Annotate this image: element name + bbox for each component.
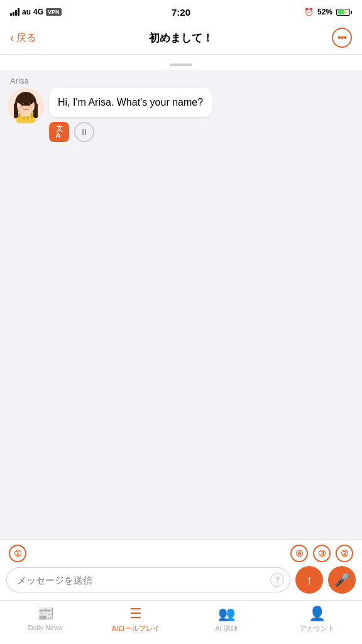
- main-content: ‹ 戻る 初めまして！ ••• Arisa: [0, 23, 362, 644]
- avatar-container: [8, 88, 44, 125]
- back-label: 戻る: [16, 31, 36, 45]
- status-right: ⏰ 52% ⚡: [304, 8, 352, 16]
- network-label: 4G: [33, 8, 43, 16]
- number-2-button[interactable]: ②: [336, 545, 353, 562]
- battery-body: ⚡: [336, 9, 350, 16]
- svg-rect-14: [26, 116, 29, 119]
- number-row-right: ④ ③ ②: [290, 545, 353, 562]
- pause-icon: ⏸: [80, 127, 89, 137]
- translate-icon: 文A: [56, 125, 63, 139]
- daily-news-icon: 📰: [37, 606, 54, 622]
- send-button[interactable]: ↑: [295, 566, 323, 594]
- drag-bar: [170, 64, 192, 66]
- number-1-label: ①: [14, 548, 22, 558]
- svg-point-4: [17, 93, 35, 106]
- account-icon: 👤: [309, 606, 326, 622]
- svg-rect-13: [23, 116, 25, 119]
- send-icon: ↑: [306, 573, 312, 587]
- sender-label: Arisa: [8, 76, 354, 86]
- signal-bar-4: [18, 8, 19, 16]
- carrier-label: au: [22, 8, 31, 16]
- mic-icon: 🎤: [334, 572, 350, 587]
- number-2-label: ②: [341, 548, 349, 558]
- signal-bar-3: [15, 10, 17, 16]
- battery-tip: [351, 11, 352, 14]
- charging-icon: ⚡: [342, 9, 348, 15]
- input-row: ? ↑ 🎤: [6, 566, 356, 594]
- tab-account-label: アカウント: [300, 624, 334, 633]
- nav-bar: ‹ 戻る 初めまして！ •••: [0, 23, 362, 55]
- svg-point-11: [25, 106, 26, 107]
- ai-teacher-icon: 👥: [218, 606, 235, 622]
- signal-bar-2: [13, 12, 14, 16]
- number-3-button[interactable]: ③: [313, 545, 331, 562]
- battery-icon: ⚡: [336, 9, 352, 16]
- chat-scroll-area: Arisa: [0, 70, 362, 539]
- tab-ai-teacher[interactable]: 👥 AI 講師: [181, 606, 272, 633]
- pause-button[interactable]: ⏸: [74, 122, 94, 142]
- ai-roleplay-icon: ☰: [129, 606, 142, 622]
- chat-bubble-container: Hi, I'm Arisa. What's your name? 文A ⏸: [8, 88, 354, 142]
- number-4-button[interactable]: ④: [290, 545, 308, 562]
- back-button[interactable]: ‹ 戻る: [10, 31, 36, 45]
- number-4-label: ④: [295, 548, 304, 558]
- number-1-button[interactable]: ①: [9, 545, 26, 562]
- drag-indicator: [0, 55, 362, 70]
- svg-point-8: [29, 103, 30, 104]
- input-wrapper: ?: [6, 567, 290, 592]
- bubble-actions: 文A ⏸: [49, 122, 212, 142]
- tab-ai-roleplay[interactable]: ☰ AIロールプレイ: [90, 606, 181, 633]
- avatar-svg: [9, 89, 43, 123]
- more-dots-icon: •••: [337, 32, 346, 43]
- svg-point-5: [21, 103, 24, 106]
- numbered-row: ① ④ ③ ②: [6, 545, 356, 562]
- svg-point-10: [29, 106, 33, 108]
- signal-bar-1: [10, 13, 12, 16]
- help-button[interactable]: ?: [270, 573, 284, 587]
- svg-rect-15: [18, 113, 21, 118]
- mic-button[interactable]: 🎤: [328, 566, 356, 594]
- svg-point-7: [23, 103, 23, 104]
- vpn-badge: VPN: [46, 8, 62, 16]
- alarm-icon: ⏰: [304, 8, 314, 16]
- chat-bubble: Hi, I'm Arisa. What's your name?: [49, 88, 212, 117]
- translate-button[interactable]: 文A: [49, 122, 69, 142]
- number-3-label: ③: [318, 548, 326, 558]
- help-icon: ?: [275, 575, 280, 584]
- tab-ai-roleplay-label: AIロールプレイ: [112, 624, 160, 633]
- message-input[interactable]: [6, 567, 290, 592]
- more-button[interactable]: •••: [332, 28, 352, 48]
- status-left: au 4G VPN: [10, 8, 62, 16]
- bottom-input-area: ① ④ ③ ② ? ↑: [0, 539, 362, 600]
- battery-percent: 52%: [317, 8, 332, 16]
- svg-point-9: [19, 106, 23, 108]
- tab-account[interactable]: 👤 アカウント: [272, 606, 362, 633]
- svg-point-6: [28, 103, 30, 106]
- svg-rect-16: [30, 113, 33, 118]
- back-chevron-icon: ‹: [10, 31, 14, 45]
- tab-daily-news-label: Daily News: [28, 624, 62, 631]
- chat-message-text: Hi, I'm Arisa. What's your name?: [58, 97, 203, 108]
- bubble-and-actions: Hi, I'm Arisa. What's your name? 文A ⏸: [49, 88, 212, 142]
- tab-daily-news[interactable]: 📰 Daily News: [0, 606, 90, 631]
- tab-bar: 📰 Daily News ☰ AIロールプレイ 👥 AI 講師 👤 アカウント: [0, 600, 362, 644]
- signal-indicator: [10, 8, 19, 16]
- status-time: 7:20: [172, 7, 190, 18]
- status-bar: au 4G VPN 7:20 ⏰ 52% ⚡: [0, 0, 362, 23]
- nav-title: 初めまして！: [149, 31, 213, 45]
- tab-ai-teacher-label: AI 講師: [215, 624, 237, 633]
- avatar: [8, 88, 44, 125]
